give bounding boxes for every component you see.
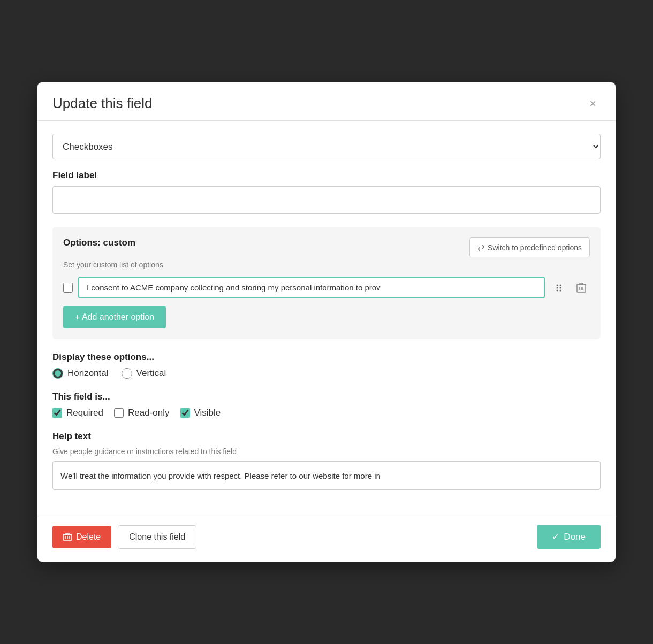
modal-footer: Delete Clone this field ✓ Done (37, 516, 616, 562)
update-field-modal: Update this field × Checkboxes Text Drop… (37, 82, 616, 562)
delete-icon (63, 532, 72, 542)
display-options-section: Display these options... Horizontal Vert… (52, 352, 601, 379)
add-option-button[interactable]: + Add another option (63, 306, 166, 328)
modal-overlay: Update this field × Checkboxes Text Drop… (0, 0, 653, 644)
field-label-input[interactable] (52, 186, 601, 214)
switch-to-predefined-button[interactable]: ⇄ Switch to predefined options (469, 237, 590, 257)
vertical-label: Vertical (136, 368, 166, 379)
options-header: Options: custom ⇄ Switch to predefined o… (63, 237, 590, 257)
checkmark-icon: ✓ (552, 531, 559, 542)
read-only-checkbox-label[interactable]: Read-only (114, 408, 170, 418)
delete-option-button[interactable] (573, 279, 590, 297)
horizontal-label: Horizontal (67, 368, 109, 379)
read-only-label: Read-only (128, 408, 170, 418)
options-subtitle: Set your custom list of options (63, 260, 590, 269)
shuffle-icon: ⇄ (477, 242, 484, 252)
field-is-section: This field is... Required Read-only Visi… (52, 392, 601, 418)
display-options-radio-group: Horizontal Vertical (52, 368, 601, 379)
visible-checkbox[interactable] (180, 408, 190, 418)
option-checkbox[interactable] (63, 283, 73, 293)
horizontal-radio[interactable] (52, 368, 63, 379)
options-section: Options: custom ⇄ Switch to predefined o… (52, 227, 601, 339)
modal-header: Update this field × (37, 82, 616, 121)
visible-checkbox-label[interactable]: Visible (180, 408, 221, 418)
delete-button[interactable]: Delete (52, 526, 111, 548)
required-label: Required (66, 408, 103, 418)
svg-point-3 (560, 284, 561, 286)
vertical-radio[interactable] (122, 368, 132, 379)
delete-label: Delete (76, 532, 101, 542)
close-button[interactable]: × (585, 96, 601, 112)
done-button[interactable]: ✓ Done (537, 525, 601, 549)
option-text-input[interactable] (78, 277, 545, 298)
svg-point-2 (557, 289, 558, 291)
footer-left: Delete Clone this field (52, 525, 196, 549)
vertical-radio-label[interactable]: Vertical (122, 368, 166, 379)
svg-point-0 (557, 284, 558, 286)
clone-button[interactable]: Clone this field (118, 525, 196, 549)
required-checkbox[interactable] (52, 408, 62, 418)
field-is-title: This field is... (52, 392, 601, 402)
read-only-checkbox[interactable] (114, 408, 124, 418)
done-label: Done (564, 532, 586, 542)
field-is-checkbox-group: Required Read-only Visible (52, 408, 601, 418)
help-text-input[interactable] (52, 461, 601, 490)
display-options-title: Display these options... (52, 352, 601, 363)
field-label-title: Field label (52, 170, 601, 181)
field-label-section: Field label (52, 170, 601, 214)
help-text-subtitle: Give people guidance or instructions rel… (52, 447, 601, 456)
help-text-section: Help text Give people guidance or instru… (52, 431, 601, 490)
option-row (63, 277, 590, 298)
modal-title: Update this field (52, 95, 152, 112)
help-text-title: Help text (52, 431, 601, 442)
field-type-select[interactable]: Checkboxes Text Dropdown Radio Date (52, 134, 601, 159)
drag-handle-button[interactable] (550, 279, 567, 296)
options-header-left: Options: custom (63, 237, 135, 248)
svg-point-4 (560, 287, 561, 288)
switch-btn-label: Switch to predefined options (488, 243, 582, 252)
svg-point-5 (560, 289, 561, 291)
required-checkbox-label[interactable]: Required (52, 408, 103, 418)
options-title: Options: custom (63, 237, 135, 248)
visible-label: Visible (194, 408, 221, 418)
svg-point-1 (557, 287, 558, 288)
modal-body: Checkboxes Text Dropdown Radio Date Fiel… (37, 121, 616, 516)
horizontal-radio-label[interactable]: Horizontal (52, 368, 109, 379)
